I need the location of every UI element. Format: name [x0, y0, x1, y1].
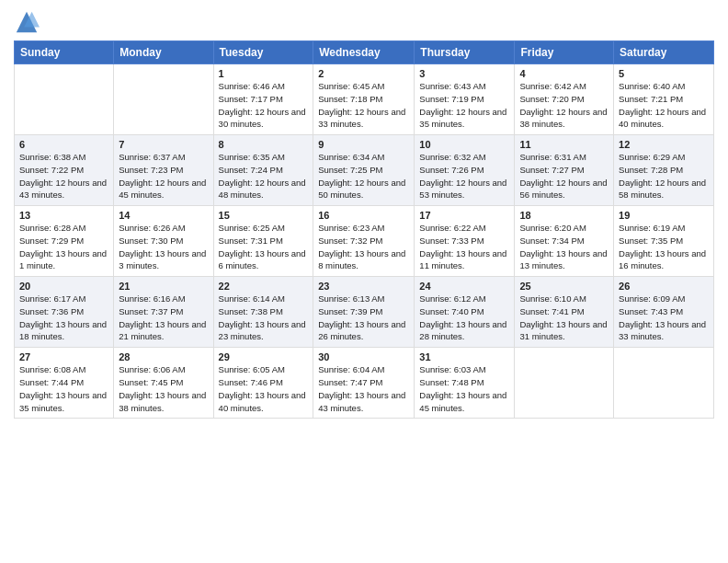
calendar-cell: 16Sunrise: 6:23 AMSunset: 7:32 PMDayligh…: [313, 206, 415, 277]
day-number: 14: [119, 210, 208, 221]
day-number: 15: [219, 210, 309, 221]
calendar-cell: 8Sunrise: 6:35 AMSunset: 7:24 PMDaylight…: [213, 135, 313, 206]
calendar-cell: 23Sunrise: 6:13 AMSunset: 7:39 PMDayligh…: [313, 277, 415, 348]
page: SundayMondayTuesdayWednesdayThursdayFrid…: [0, 0, 728, 428]
calendar-week-row: 6Sunrise: 6:38 AMSunset: 7:22 PMDaylight…: [15, 135, 714, 206]
calendar-cell: [114, 64, 213, 135]
day-number: 23: [318, 281, 409, 292]
calendar-cell: 24Sunrise: 6:12 AMSunset: 7:40 PMDayligh…: [415, 277, 515, 348]
day-info: Sunrise: 6:46 AMSunset: 7:17 PMDaylight:…: [219, 80, 309, 131]
day-info: Sunrise: 6:43 AMSunset: 7:19 PMDaylight:…: [419, 80, 509, 131]
day-info: Sunrise: 6:04 AMSunset: 7:47 PMDaylight:…: [318, 363, 409, 414]
calendar-header-friday: Friday: [515, 41, 614, 64]
calendar-cell: 22Sunrise: 6:14 AMSunset: 7:38 PMDayligh…: [213, 277, 313, 348]
day-number: 17: [419, 210, 509, 221]
day-number: 4: [519, 68, 609, 79]
day-info: Sunrise: 6:25 AMSunset: 7:31 PMDaylight:…: [219, 222, 309, 272]
calendar-cell: 13Sunrise: 6:28 AMSunset: 7:29 PMDayligh…: [15, 206, 114, 277]
day-number: 29: [219, 351, 309, 362]
day-number: 27: [19, 351, 108, 362]
day-info: Sunrise: 6:34 AMSunset: 7:25 PMDaylight:…: [318, 151, 409, 201]
day-number: 31: [419, 351, 509, 362]
day-number: 8: [219, 139, 309, 150]
calendar-cell: 25Sunrise: 6:10 AMSunset: 7:41 PMDayligh…: [515, 277, 614, 348]
day-number: 10: [419, 139, 509, 150]
day-number: 6: [19, 139, 108, 150]
day-info: Sunrise: 6:32 AMSunset: 7:26 PMDaylight:…: [419, 151, 509, 201]
calendar-week-row: 1Sunrise: 6:46 AMSunset: 7:17 PMDaylight…: [15, 64, 714, 135]
day-info: Sunrise: 6:42 AMSunset: 7:20 PMDaylight:…: [519, 80, 609, 131]
day-number: 26: [619, 281, 709, 292]
calendar-week-row: 13Sunrise: 6:28 AMSunset: 7:29 PMDayligh…: [15, 206, 714, 277]
calendar-cell: 27Sunrise: 6:08 AMSunset: 7:44 PMDayligh…: [15, 348, 114, 419]
calendar-week-row: 20Sunrise: 6:17 AMSunset: 7:36 PMDayligh…: [15, 277, 714, 348]
day-info: Sunrise: 6:19 AMSunset: 7:35 PMDaylight:…: [619, 222, 709, 272]
calendar-cell: 7Sunrise: 6:37 AMSunset: 7:23 PMDaylight…: [114, 135, 213, 206]
day-number: 5: [619, 68, 709, 79]
day-number: 3: [419, 68, 509, 79]
day-info: Sunrise: 6:38 AMSunset: 7:22 PMDaylight:…: [19, 151, 108, 201]
calendar-cell: 12Sunrise: 6:29 AMSunset: 7:28 PMDayligh…: [614, 135, 714, 206]
calendar-cell: 3Sunrise: 6:43 AMSunset: 7:19 PMDaylight…: [415, 64, 515, 135]
day-number: 12: [619, 139, 709, 150]
calendar-cell: 26Sunrise: 6:09 AMSunset: 7:43 PMDayligh…: [614, 277, 714, 348]
calendar-cell: 20Sunrise: 6:17 AMSunset: 7:36 PMDayligh…: [15, 277, 114, 348]
calendar-header-saturday: Saturday: [614, 41, 714, 64]
day-info: Sunrise: 6:08 AMSunset: 7:44 PMDaylight:…: [19, 363, 108, 414]
calendar-header-wednesday: Wednesday: [313, 41, 415, 64]
calendar-cell: 17Sunrise: 6:22 AMSunset: 7:33 PMDayligh…: [415, 206, 515, 277]
day-number: 19: [619, 210, 709, 221]
calendar-cell: 15Sunrise: 6:25 AMSunset: 7:31 PMDayligh…: [213, 206, 313, 277]
calendar-cell: [614, 348, 714, 419]
day-number: 28: [119, 351, 208, 362]
day-number: 13: [19, 210, 108, 221]
day-info: Sunrise: 6:22 AMSunset: 7:33 PMDaylight:…: [419, 222, 509, 272]
calendar-cell: 2Sunrise: 6:45 AMSunset: 7:18 PMDaylight…: [313, 64, 415, 135]
calendar-header-row: SundayMondayTuesdayWednesdayThursdayFrid…: [15, 41, 714, 64]
day-info: Sunrise: 6:23 AMSunset: 7:32 PMDaylight:…: [318, 222, 409, 272]
calendar-cell: 18Sunrise: 6:20 AMSunset: 7:34 PMDayligh…: [515, 206, 614, 277]
day-info: Sunrise: 6:29 AMSunset: 7:28 PMDaylight:…: [619, 151, 709, 201]
day-number: 25: [519, 281, 609, 292]
day-number: 18: [519, 210, 609, 221]
day-info: Sunrise: 6:16 AMSunset: 7:37 PMDaylight:…: [119, 293, 208, 343]
calendar-header-tuesday: Tuesday: [213, 41, 313, 64]
day-info: Sunrise: 6:31 AMSunset: 7:27 PMDaylight:…: [519, 151, 609, 201]
day-number: 1: [219, 68, 309, 79]
logo-icon: [14, 9, 40, 35]
day-number: 2: [318, 68, 409, 79]
calendar-cell: 21Sunrise: 6:16 AMSunset: 7:37 PMDayligh…: [114, 277, 213, 348]
day-number: 20: [19, 281, 108, 292]
calendar-cell: 30Sunrise: 6:04 AMSunset: 7:47 PMDayligh…: [313, 348, 415, 419]
day-number: 16: [318, 210, 409, 221]
calendar-cell: 5Sunrise: 6:40 AMSunset: 7:21 PMDaylight…: [614, 64, 714, 135]
calendar-week-row: 27Sunrise: 6:08 AMSunset: 7:44 PMDayligh…: [15, 348, 714, 419]
day-info: Sunrise: 6:12 AMSunset: 7:40 PMDaylight:…: [419, 293, 509, 343]
calendar-cell: [15, 64, 114, 135]
day-info: Sunrise: 6:35 AMSunset: 7:24 PMDaylight:…: [219, 151, 309, 201]
day-info: Sunrise: 6:26 AMSunset: 7:30 PMDaylight:…: [119, 222, 208, 272]
day-info: Sunrise: 6:13 AMSunset: 7:39 PMDaylight:…: [318, 293, 409, 343]
calendar-cell: 31Sunrise: 6:03 AMSunset: 7:48 PMDayligh…: [415, 348, 515, 419]
day-info: Sunrise: 6:06 AMSunset: 7:45 PMDaylight:…: [119, 363, 208, 414]
day-info: Sunrise: 6:28 AMSunset: 7:29 PMDaylight:…: [19, 222, 108, 272]
calendar-cell: 4Sunrise: 6:42 AMSunset: 7:20 PMDaylight…: [515, 64, 614, 135]
day-info: Sunrise: 6:10 AMSunset: 7:41 PMDaylight:…: [519, 293, 609, 343]
calendar-cell: 28Sunrise: 6:06 AMSunset: 7:45 PMDayligh…: [114, 348, 213, 419]
calendar-header-thursday: Thursday: [415, 41, 515, 64]
calendar-header-monday: Monday: [114, 41, 213, 64]
day-info: Sunrise: 6:37 AMSunset: 7:23 PMDaylight:…: [119, 151, 208, 201]
day-number: 30: [318, 351, 409, 362]
day-info: Sunrise: 6:09 AMSunset: 7:43 PMDaylight:…: [619, 293, 709, 343]
day-info: Sunrise: 6:20 AMSunset: 7:34 PMDaylight:…: [519, 222, 609, 272]
header: [14, 9, 714, 35]
logo: [14, 9, 43, 35]
day-info: Sunrise: 6:05 AMSunset: 7:46 PMDaylight:…: [219, 363, 309, 414]
calendar-cell: 9Sunrise: 6:34 AMSunset: 7:25 PMDaylight…: [313, 135, 415, 206]
day-number: 11: [519, 139, 609, 150]
day-number: 9: [318, 139, 409, 150]
calendar-cell: 19Sunrise: 6:19 AMSunset: 7:35 PMDayligh…: [614, 206, 714, 277]
day-info: Sunrise: 6:14 AMSunset: 7:38 PMDaylight:…: [219, 293, 309, 343]
day-info: Sunrise: 6:45 AMSunset: 7:18 PMDaylight:…: [318, 80, 409, 131]
calendar-cell: 1Sunrise: 6:46 AMSunset: 7:17 PMDaylight…: [213, 64, 313, 135]
